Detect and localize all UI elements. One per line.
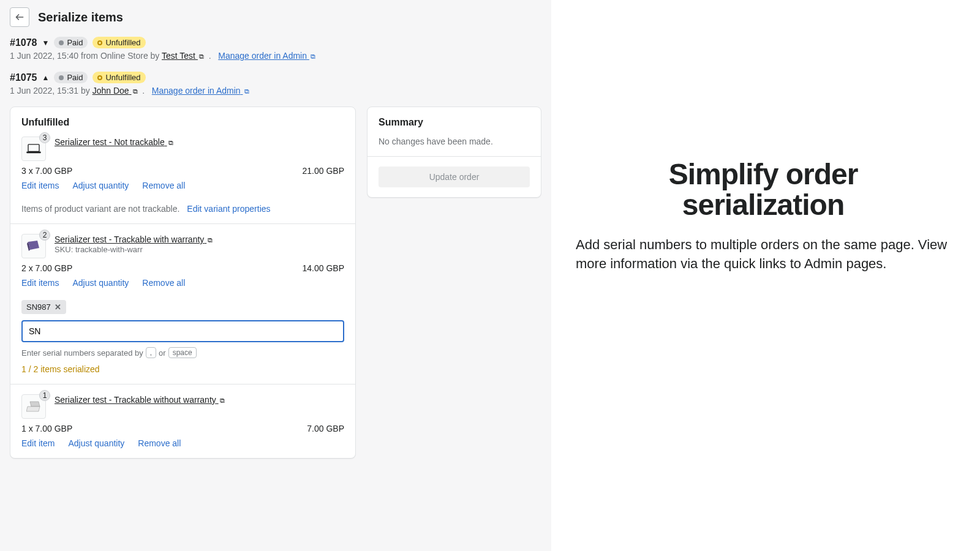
- unfulfilled-card: Unfulfilled 3 Serializer test - Not trac…: [10, 107, 356, 459]
- order-meta-1078: 1 Jun 2022, 15:40 from Online Store by T…: [10, 51, 541, 61]
- arrow-left-icon: [15, 12, 24, 22]
- order-header-1078[interactable]: #1078 ▼ Paid Unfulfilled: [10, 37, 541, 48]
- edit-item-link[interactable]: Edit item: [21, 438, 55, 448]
- summary-title: Summary: [379, 117, 530, 128]
- price-left: 2 x 7.00 GBP: [21, 263, 72, 273]
- item-name-link[interactable]: Serializer test - Not trackable ⧉: [55, 137, 173, 147]
- input-hint: Enter serial numbers separated by , or s…: [21, 347, 344, 358]
- order-number: #1078: [10, 37, 37, 48]
- item-name-link[interactable]: Serializer test - Trackable with warrant…: [55, 234, 213, 244]
- item-name-link[interactable]: Serializer test - Trackable without warr…: [55, 395, 225, 405]
- author-link[interactable]: Test Test ⧉: [162, 51, 204, 61]
- order-header-1075[interactable]: #1075 ▲ Paid Unfulfilled: [10, 72, 541, 83]
- svg-marker-5: [26, 407, 40, 411]
- qty-badge: 2: [39, 230, 50, 241]
- back-button[interactable]: [10, 7, 29, 27]
- adjust-quantity-link[interactable]: Adjust quantity: [68, 438, 124, 448]
- chevron-up-icon: ▲: [42, 73, 50, 82]
- author-link[interactable]: John Doe ⧉: [92, 86, 138, 96]
- comma-key: ,: [146, 347, 156, 358]
- price-left: 3 x 7.00 GBP: [21, 166, 72, 176]
- svg-marker-4: [30, 402, 40, 407]
- sku-text: SKU: trackable-with-warr: [55, 245, 213, 254]
- space-key: space: [168, 347, 197, 358]
- external-link-icon: ⧉: [220, 397, 225, 405]
- paid-badge: Paid: [54, 72, 88, 83]
- promo-panel: Simplify orderserialization Add serial n…: [551, 0, 980, 551]
- page-title: Serialize items: [38, 10, 123, 24]
- update-order-button[interactable]: Update order: [379, 167, 530, 187]
- open-laptop-icon: [26, 400, 41, 413]
- unfulfilled-badge: Unfulfilled: [92, 72, 145, 83]
- external-link-icon: ⧉: [311, 53, 315, 61]
- unfulfilled-title: Unfulfilled: [21, 117, 344, 128]
- promo-description: Add serial numbers to multiple orders on…: [576, 236, 951, 274]
- remove-all-link[interactable]: Remove all: [142, 181, 185, 190]
- device-icon: [26, 240, 41, 252]
- promo-title: Simplify orderserialization: [576, 159, 951, 221]
- external-link-icon: ⧉: [168, 139, 173, 147]
- price-right: 7.00 GBP: [307, 424, 344, 433]
- external-link-icon: ⧉: [133, 88, 138, 96]
- external-link-icon: ⧉: [244, 88, 249, 96]
- qty-badge: 1: [39, 390, 50, 401]
- remove-all-link[interactable]: Remove all: [142, 278, 185, 288]
- price-right: 14.00 GBP: [303, 263, 345, 273]
- svg-rect-1: [26, 152, 40, 154]
- laptop-icon: [26, 143, 42, 154]
- item-thumbnail: 3: [21, 137, 46, 161]
- not-trackable-note: Items of product variant are not trackab…: [21, 204, 179, 214]
- manage-order-link[interactable]: Manage order in Admin ⧉: [152, 86, 249, 96]
- summary-card: Summary No changes have been made. Updat…: [367, 107, 541, 198]
- chevron-down-icon: ▼: [42, 39, 50, 47]
- summary-text: No changes have been made.: [379, 137, 530, 146]
- edit-variant-link[interactable]: Edit variant properties: [187, 204, 270, 214]
- adjust-quantity-link[interactable]: Adjust quantity: [72, 278, 129, 288]
- price-right: 21.00 GBP: [303, 166, 345, 176]
- serial-tag: SN987 ✕: [21, 300, 66, 314]
- order-number: #1075: [10, 72, 37, 83]
- remove-all-link[interactable]: Remove all: [138, 438, 181, 448]
- external-link-icon: ⧉: [199, 53, 204, 61]
- price-left: 1 x 7.00 GBP: [21, 424, 72, 433]
- serialized-count: 1 / 2 items serialized: [21, 364, 344, 374]
- manage-order-link[interactable]: Manage order in Admin ⧉: [218, 51, 315, 61]
- external-link-icon: ⧉: [208, 236, 213, 244]
- edit-items-link[interactable]: Edit items: [21, 181, 59, 190]
- qty-badge: 3: [39, 132, 50, 143]
- edit-items-link[interactable]: Edit items: [21, 278, 59, 288]
- serial-number-input[interactable]: [21, 320, 344, 342]
- remove-tag-icon[interactable]: ✕: [55, 302, 61, 312]
- paid-badge: Paid: [54, 37, 88, 48]
- order-meta-1075: 1 Jun 2022, 15:31 by John Doe ⧉ . Manage…: [10, 86, 541, 96]
- unfulfilled-badge: Unfulfilled: [92, 37, 145, 48]
- adjust-quantity-link[interactable]: Adjust quantity: [72, 181, 129, 190]
- item-thumbnail: 2: [21, 234, 46, 258]
- svg-marker-2: [28, 241, 39, 250]
- item-thumbnail: 1: [21, 394, 46, 419]
- svg-rect-0: [28, 144, 39, 152]
